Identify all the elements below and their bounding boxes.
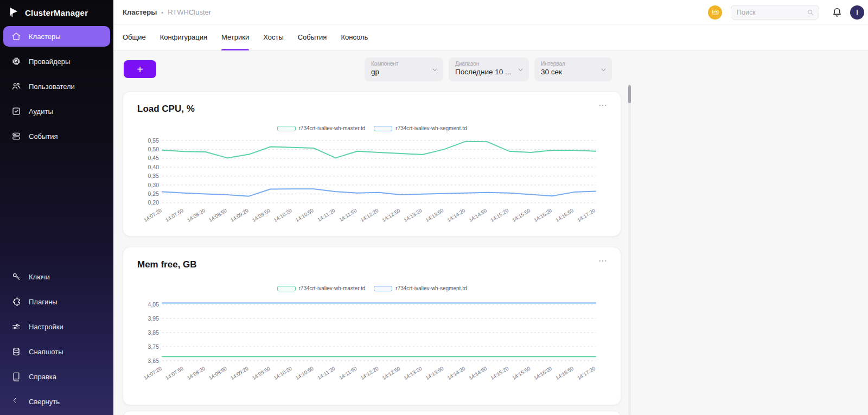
svg-text:14:14:50: 14:14:50	[468, 207, 488, 223]
svg-text:14:07:20: 14:07:20	[143, 365, 163, 381]
tab-метрики[interactable]: Метрики	[221, 24, 249, 50]
sidebar-item-label: События	[29, 132, 58, 141]
sidebar-menu-bottom: КлючиПлагиныНастройкиСнапшотыСправка	[0, 266, 113, 391]
svg-text:14:07:20: 14:07:20	[143, 207, 163, 223]
legend-item[interactable]: r734crt-ivaliev-wh-segment.td	[374, 285, 467, 291]
chart-legend: r734crt-ivaliev-wh-master.tdr734crt-ival…	[123, 125, 621, 131]
sidebar-item-снапшоты[interactable]: Снапшоты	[3, 341, 110, 362]
svg-text:14:13:20: 14:13:20	[403, 365, 423, 381]
top-bar-actions: I	[708, 0, 864, 24]
svg-text:14:13:20: 14:13:20	[403, 207, 423, 223]
svg-text:14:15:50: 14:15:50	[511, 365, 531, 381]
sidebar-item-label: Плагины	[29, 298, 58, 306]
svg-text:14:14:20: 14:14:20	[446, 365, 466, 381]
sidebar-item-label: Ключи	[29, 273, 50, 281]
svg-text:3,65: 3,65	[148, 357, 159, 364]
legend-item[interactable]: r734crt-ivaliev-wh-master.td	[277, 285, 366, 291]
chart-legend: r734crt-ivaliev-wh-master.tdr734crt-ival…	[123, 285, 621, 291]
tab-конфигурация[interactable]: Конфигурация	[160, 24, 207, 50]
svg-text:14:16:20: 14:16:20	[533, 365, 553, 381]
chevron-down-icon	[516, 66, 525, 74]
events-icon	[11, 131, 22, 142]
license-badge-button[interactable]	[708, 5, 722, 20]
legend-swatch	[374, 126, 392, 131]
range-dropdown[interactable]: ДиапазонПоследние 10 ...	[449, 58, 529, 81]
legend-swatch	[374, 286, 392, 291]
svg-text:14:16:50: 14:16:50	[554, 207, 575, 223]
tab-label: Хосты	[263, 33, 284, 41]
tab-события[interactable]: События	[298, 24, 327, 50]
sidebar-collapse-button[interactable]: Свернуть	[3, 391, 110, 412]
plugin-icon	[11, 296, 22, 307]
legend-swatch	[277, 286, 296, 291]
dropdown-value: Последние 10 ...	[455, 68, 515, 76]
legend-item[interactable]: r734crt-ivaliev-wh-master.td	[277, 125, 366, 131]
legend-item[interactable]: r734crt-ivaliev-wh-segment.td	[374, 125, 467, 131]
sidebar-item-события[interactable]: События	[3, 126, 110, 146]
chart-card-load-cpu: Load CPU, % r734crt-ivaliev-wh-master.td…	[123, 91, 621, 237]
svg-text:0,55: 0,55	[148, 137, 159, 144]
svg-text:0,50: 0,50	[148, 146, 159, 152]
chevron-down-icon	[599, 66, 608, 74]
sidebar-item-провайдеры[interactable]: Провайдеры	[3, 51, 110, 72]
metrics-content: + Компонентgp ДиапазонПоследние 10 ... И…	[113, 50, 868, 415]
tab-консоль[interactable]: Консоль	[341, 24, 368, 50]
user-avatar[interactable]: I	[850, 5, 864, 20]
sidebar: ClusterManager КластерыПровайдерыПользов…	[0, 0, 113, 415]
sidebar-item-настройки[interactable]: Настройки	[3, 316, 110, 337]
svg-text:14:11:20: 14:11:20	[316, 365, 336, 381]
sidebar-item-label: Справка	[29, 373, 56, 381]
breadcrumb-section[interactable]: Кластеры	[123, 8, 157, 16]
svg-text:0,45: 0,45	[148, 155, 159, 161]
sidebar-spacer	[0, 151, 113, 266]
svg-text:14:11:50: 14:11:50	[338, 365, 358, 381]
chart-menu-button[interactable]	[597, 256, 610, 267]
sidebar-item-аудиты[interactable]: Аудиты	[3, 101, 110, 122]
vertical-scrollbar-thumb[interactable]	[628, 85, 631, 103]
sidebar-item-label: Настройки	[29, 323, 63, 331]
app-logo: ClusterManager	[0, 0, 113, 26]
svg-text:0,35: 0,35	[148, 173, 159, 179]
interval-dropdown[interactable]: Интервал30 сек	[534, 58, 612, 81]
dropdown-value: 30 сек	[541, 68, 598, 76]
sidebar-item-кластеры[interactable]: Кластеры	[3, 26, 110, 47]
chip-icon	[11, 56, 22, 67]
legend-series-name: r734crt-ivaliev-wh-segment.td	[395, 125, 467, 131]
sidebar-menu-top: КластерыПровайдерыПользователиАудитыСобы…	[0, 26, 113, 151]
app-window: ClusterManager КластерыПровайдерыПользов…	[0, 0, 868, 415]
sidebar-item-label: Аудиты	[29, 107, 53, 116]
search-input[interactable]	[731, 5, 819, 19]
svg-text:14:09:20: 14:09:20	[229, 365, 250, 381]
app-title: ClusterManager	[25, 8, 88, 17]
svg-text:3,75: 3,75	[148, 343, 159, 350]
svg-text:3,95: 3,95	[148, 315, 159, 322]
add-chart-button[interactable]: +	[124, 60, 156, 78]
vertical-scrollbar-track[interactable]	[628, 84, 631, 415]
svg-text:14:12:50: 14:12:50	[381, 207, 401, 223]
breadcrumb-separator: •	[161, 9, 163, 16]
search-box	[731, 5, 819, 20]
svg-text:14:12:20: 14:12:20	[359, 207, 379, 223]
notifications-bell-icon[interactable]	[831, 7, 843, 18]
tab-хосты[interactable]: Хосты	[263, 24, 284, 50]
sidebar-collapse-label: Свернуть	[29, 398, 60, 406]
svg-text:14:10:20: 14:10:20	[273, 207, 293, 223]
sidebar-item-плагины[interactable]: Плагины	[3, 291, 110, 312]
chart-menu-button[interactable]	[597, 100, 610, 111]
sidebar-item-пользователи[interactable]: Пользователи	[3, 76, 110, 97]
sidebar-item-ключи[interactable]: Ключи	[3, 266, 110, 287]
svg-text:14:14:20: 14:14:20	[446, 207, 466, 223]
component-dropdown[interactable]: Компонентgp	[365, 58, 443, 81]
svg-text:14:15:20: 14:15:20	[489, 365, 509, 381]
svg-text:0,20: 0,20	[148, 199, 159, 206]
svg-text:14:10:50: 14:10:50	[295, 365, 315, 381]
sidebar-item-label: Провайдеры	[29, 58, 70, 66]
tab-label: Общие	[123, 33, 146, 41]
svg-text:14:09:50: 14:09:50	[251, 365, 271, 381]
dropdown-label: Интервал	[541, 61, 598, 67]
tab-общие[interactable]: Общие	[123, 24, 146, 50]
svg-text:14:11:20: 14:11:20	[316, 207, 336, 223]
chart-canvas: 4,053,953,853,753,6514:07:2014:07:5014:0…	[137, 295, 608, 387]
sidebar-item-справка[interactable]: Справка	[3, 366, 110, 387]
chevron-left-icon	[11, 396, 22, 407]
